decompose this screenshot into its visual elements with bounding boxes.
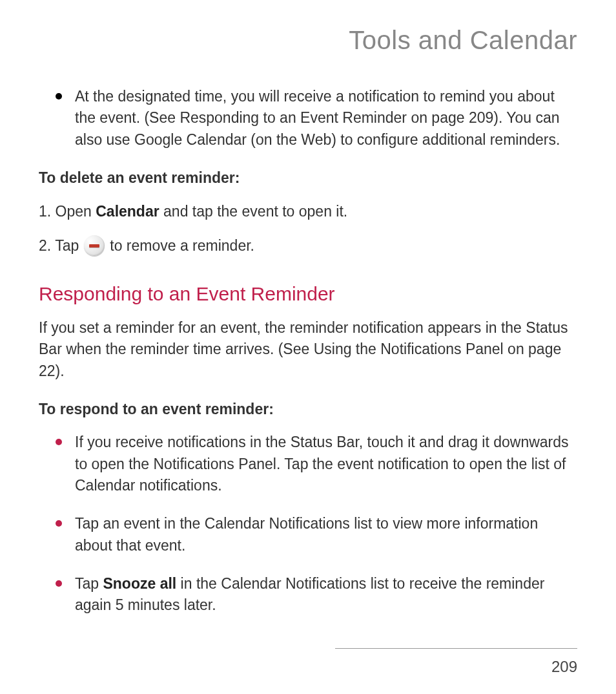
- page-body: At the designated time, you will receive…: [39, 86, 577, 616]
- delete-step-1: 1. Open Calendar and tap the event to op…: [39, 200, 577, 223]
- step1-pre: 1. Open: [39, 203, 96, 220]
- step2-post: to remove a reminder.: [110, 235, 254, 257]
- respond-bullet-1: If you receive notifications in the Stat…: [39, 432, 577, 496]
- bullet-dot-icon: [56, 580, 62, 587]
- respond-subhead: To respond to an event reminder:: [39, 399, 577, 420]
- page-footer: 209: [39, 648, 577, 676]
- bullet3-bold: Snooze all: [103, 575, 176, 592]
- respond-bullet-3: Tap Snooze all in the Calendar Notificat…: [39, 573, 577, 616]
- bullet-dot-icon: [56, 93, 62, 100]
- step1-bold: Calendar: [96, 203, 159, 220]
- intro-bullet-text: At the designated time, you will receive…: [75, 86, 577, 151]
- step1-post: and tap the event to open it.: [159, 203, 348, 220]
- respond-bullet-2: Tap an event in the Calendar Notificatio…: [39, 513, 577, 556]
- bullet3-pre: Tap: [75, 575, 103, 592]
- bullet-dot-icon: [56, 439, 62, 445]
- delete-step-2: 2. Tap to remove a reminder.: [39, 235, 577, 257]
- respond-bullet-2-text: Tap an event in the Calendar Notificatio…: [75, 513, 577, 556]
- step2-pre: 2. Tap: [39, 235, 79, 257]
- delete-heading: To delete an event reminder:: [39, 167, 577, 189]
- remove-reminder-icon: [84, 235, 105, 256]
- intro-bullet: At the designated time, you will receive…: [39, 86, 577, 151]
- page-number: 209: [39, 658, 577, 676]
- responding-title: Responding to an Event Reminder: [39, 280, 577, 308]
- responding-intro: If you set a reminder for an event, the …: [39, 317, 577, 382]
- manual-page: Tools and Calendar At the designated tim…: [0, 0, 616, 694]
- respond-bullet-3-text: Tap Snooze all in the Calendar Notificat…: [75, 573, 577, 616]
- bullet-dot-icon: [56, 520, 62, 527]
- respond-bullet-1-text: If you receive notifications in the Stat…: [75, 432, 577, 496]
- footer-divider: [335, 648, 577, 649]
- page-title: Tools and Calendar: [39, 26, 577, 55]
